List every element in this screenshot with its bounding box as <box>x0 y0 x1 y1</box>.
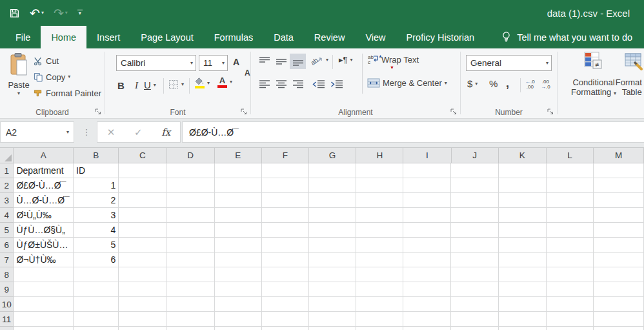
cell-J8[interactable] <box>451 267 498 282</box>
alignment-dialog-launcher[interactable] <box>450 108 458 116</box>
cell-J2[interactable] <box>451 178 498 193</box>
row-header-8[interactable]: 8 <box>0 267 14 282</box>
cell-K5[interactable] <box>499 223 547 238</box>
undo-dropdown-icon[interactable]: ▾ <box>41 10 44 15</box>
redo-button[interactable]: ↷ ▾ <box>54 7 68 19</box>
cell-K4[interactable] <box>499 208 547 223</box>
cell-L9[interactable] <box>547 282 594 297</box>
column-header-A[interactable]: A <box>14 148 74 163</box>
underline-button[interactable]: U ▾ <box>144 79 156 90</box>
cell-E12[interactable] <box>215 327 262 330</box>
cell-E7[interactable] <box>215 253 262 267</box>
cell-F8[interactable] <box>262 267 309 282</box>
cell-B4[interactable]: 3 <box>74 208 119 223</box>
column-header-G[interactable]: G <box>309 148 356 163</box>
column-header-J[interactable]: J <box>452 148 499 163</box>
row-header-5[interactable]: 5 <box>0 223 14 238</box>
save-button[interactable] <box>9 8 20 19</box>
cell-E2[interactable] <box>215 178 262 193</box>
cell-J11[interactable] <box>451 312 498 327</box>
cell-D7[interactable] <box>166 253 214 267</box>
cell-J3[interactable] <box>451 193 498 208</box>
font-size-dropdown-icon[interactable]: ▾ <box>222 61 227 66</box>
cell-M7[interactable] <box>594 253 644 267</box>
merge-center-dropdown-icon[interactable]: ▾ <box>445 81 447 86</box>
cell-I5[interactable] <box>403 223 451 238</box>
cell-G6[interactable] <box>309 238 356 253</box>
cell-I8[interactable] <box>403 267 451 282</box>
column-header-E[interactable]: E <box>215 148 262 163</box>
name-box-dropdown-icon[interactable]: ▾ <box>66 130 74 135</box>
cell-B7[interactable]: 6 <box>74 253 119 267</box>
cut-button[interactable]: Cut <box>34 54 59 67</box>
cell-I6[interactable] <box>403 238 451 253</box>
insert-function-icon[interactable]: fx <box>161 127 170 138</box>
cell-L1[interactable] <box>547 163 594 178</box>
cell-A6[interactable]: ÙƒØ±ÙŠÙ… <box>14 238 74 253</box>
cell-H5[interactable] <box>356 223 403 238</box>
decrease-decimal-button[interactable]: .00→.0 <box>541 79 550 90</box>
tab-insert[interactable]: Insert <box>86 26 130 48</box>
column-header-M[interactable]: M <box>594 148 644 163</box>
paste-dropdown-icon[interactable]: ▾ <box>5 91 32 96</box>
cell-G1[interactable] <box>309 163 356 178</box>
cell-K2[interactable] <box>499 178 547 193</box>
cell-M4[interactable] <box>594 208 644 223</box>
cell-B5[interactable]: 4 <box>74 223 119 238</box>
cell-M8[interactable] <box>594 267 644 282</box>
redo-dropdown-icon[interactable]: ▾ <box>65 10 68 15</box>
tab-file[interactable]: File <box>5 26 41 48</box>
cell-H6[interactable] <box>356 238 403 253</box>
cell-A4[interactable]: Ø¹Ù„Ù‰ <box>14 208 74 223</box>
cell-B8[interactable] <box>74 267 119 282</box>
cell-H4[interactable] <box>356 208 403 223</box>
cell-D11[interactable] <box>166 312 214 327</box>
row-header-3[interactable]: 3 <box>0 193 14 208</box>
cell-H1[interactable] <box>356 163 403 178</box>
column-header-B[interactable]: B <box>74 148 119 163</box>
column-header-H[interactable]: H <box>356 148 403 163</box>
column-header-L[interactable]: L <box>547 148 594 163</box>
cell-K3[interactable] <box>499 193 547 208</box>
column-header-F[interactable]: F <box>262 148 309 163</box>
cell-F11[interactable] <box>262 312 309 327</box>
number-format-combo[interactable]: General ▾ <box>466 55 552 71</box>
cell-B11[interactable] <box>74 312 119 327</box>
cell-M5[interactable] <box>594 223 644 238</box>
bottom-align-button[interactable] <box>290 54 306 69</box>
cell-C10[interactable] <box>119 297 166 312</box>
select-all-button[interactable] <box>0 148 14 163</box>
cell-F7[interactable] <box>262 253 309 267</box>
cell-K6[interactable] <box>499 238 547 253</box>
row-header-10[interactable]: 10 <box>0 297 14 312</box>
cell-D2[interactable] <box>166 178 214 193</box>
cell-M11[interactable] <box>594 312 644 327</box>
tab-home[interactable]: Home <box>41 26 86 48</box>
copy-dropdown-icon[interactable]: ▾ <box>68 74 70 79</box>
cell-B2[interactable]: 1 <box>74 178 119 193</box>
cell-K12[interactable] <box>499 327 547 330</box>
cell-F1[interactable] <box>262 163 309 178</box>
bold-button[interactable]: B <box>113 77 129 93</box>
cell-F9[interactable] <box>262 282 309 297</box>
fill-color-button[interactable]: ▾ <box>194 77 210 88</box>
cell-M1[interactable] <box>594 163 644 178</box>
format-painter-button[interactable]: Format Painter <box>34 87 101 99</box>
cell-L3[interactable] <box>547 193 594 208</box>
tab-page-layout[interactable]: Page Layout <box>130 26 203 48</box>
column-header-D[interactable]: D <box>167 148 215 163</box>
cell-I10[interactable] <box>403 297 451 312</box>
row-header-6[interactable]: 6 <box>0 238 14 253</box>
cell-I12[interactable] <box>403 327 451 330</box>
cell-G11[interactable] <box>309 312 356 327</box>
enter-icon[interactable]: ✓ <box>134 127 143 138</box>
cell-G10[interactable] <box>309 297 356 312</box>
cell-F10[interactable] <box>262 297 309 312</box>
tell-me-box[interactable]: Tell me what you want to do <box>501 26 632 48</box>
cell-M3[interactable] <box>594 193 644 208</box>
cell-D10[interactable] <box>166 297 214 312</box>
cell-L6[interactable] <box>547 238 594 253</box>
tab-proficy-historian[interactable]: Proficy Historian <box>396 26 485 48</box>
accounting-dropdown-icon[interactable]: ▾ <box>475 81 478 87</box>
cell-D6[interactable] <box>166 238 214 253</box>
